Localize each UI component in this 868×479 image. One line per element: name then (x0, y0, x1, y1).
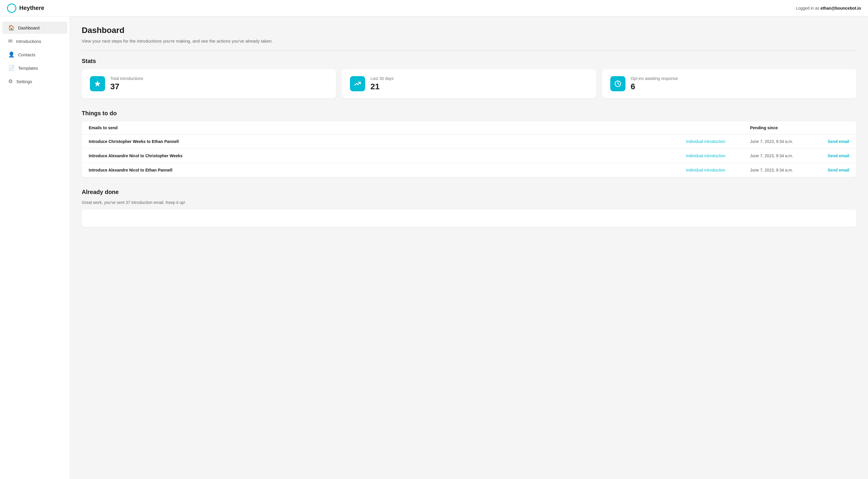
divider (82, 51, 856, 51)
stat-info-optins: Opt-ins awaiting response 6 (631, 76, 678, 91)
app-layout: 🏠 Dashboard ✉ Introductions 👤 Contacts 📄… (0, 16, 868, 479)
contacts-icon: 👤 (8, 51, 14, 58)
settings-icon: ⚙ (8, 78, 13, 85)
already-done-title: Already done (82, 189, 856, 195)
page-title: Dashboard (82, 26, 856, 35)
stat-label-optins: Opt-ins awaiting response (631, 76, 678, 81)
row1-email: Introduce Christopher Weeks to Ethan Pan… (89, 139, 686, 144)
stat-info-last30: Last 30 days 21 (370, 76, 394, 91)
stats-row: Total introductions 37 Last 30 days 21 (82, 69, 856, 98)
row2-email: Introduce Alexandre Nicol to Christopher… (89, 154, 686, 158)
col-type (686, 125, 750, 130)
row3-email: Introduce Alexandre Nicol to Ethan Panne… (89, 168, 686, 172)
table-row: Introduce Alexandre Nicol to Christopher… (82, 149, 856, 163)
table-row: Introduce Alexandre Nicol to Ethan Panne… (82, 163, 856, 177)
stat-icon-optins (610, 76, 625, 91)
things-to-do-title: Things to do (82, 110, 856, 117)
things-to-do-table: Emails to send Pending since Introduce C… (82, 121, 856, 177)
row3-date: June 7, 2023, 9:34 a.m. (750, 168, 814, 172)
logo-area: Heythere (7, 3, 44, 13)
col-emails: Emails to send (89, 125, 686, 130)
sidebar-label-dashboard: Dashboard (18, 25, 39, 30)
sidebar-label-templates: Templates (18, 66, 38, 71)
row1-type[interactable]: Individual introduction (686, 139, 750, 144)
main-content: Dashboard View your next steps for the i… (70, 16, 868, 479)
stats-title: Stats (82, 58, 856, 64)
sidebar-item-dashboard[interactable]: 🏠 Dashboard (2, 22, 67, 34)
row2-type[interactable]: Individual introduction (686, 154, 750, 158)
clock-icon (614, 80, 622, 88)
stat-label-total: Total introductions (110, 76, 143, 81)
already-done-table (82, 210, 856, 227)
logo-text: Heythere (19, 5, 44, 11)
sidebar-item-contacts[interactable]: 👤 Contacts (2, 49, 67, 61)
row1-date: June 7, 2023, 9:34 a.m. (750, 139, 814, 144)
col-action (814, 125, 849, 130)
stat-info-total: Total introductions 37 (110, 76, 143, 91)
stat-value-total: 37 (110, 82, 143, 91)
stat-value-optins: 6 (631, 82, 678, 91)
sidebar-item-templates[interactable]: 📄 Templates (2, 62, 67, 74)
already-done-section: Already done Great work, you've sent 37 … (82, 189, 856, 227)
row1-send-button[interactable]: Send email (814, 139, 849, 144)
row3-send-button[interactable]: Send email (814, 168, 849, 172)
row3-type[interactable]: Individual introduction (686, 168, 750, 172)
sidebar: 🏠 Dashboard ✉ Introductions 👤 Contacts 📄… (0, 16, 70, 479)
already-done-description: Great work, you've sent 37 introduction … (82, 200, 856, 205)
stat-icon-total (90, 76, 105, 91)
stat-label-last30: Last 30 days (370, 76, 394, 81)
trending-up-icon (354, 80, 361, 88)
page-description: View your next steps for the introductio… (82, 38, 856, 43)
stat-icon-last30 (350, 76, 365, 91)
col-pending: Pending since (750, 125, 814, 130)
login-prefix: Logged in as (796, 6, 820, 10)
sidebar-label-introductions: Introductions (16, 39, 41, 44)
table-header: Emails to send Pending since (82, 121, 856, 134)
sparkle-icon (94, 80, 101, 88)
table-row: Introduce Christopher Weeks to Ethan Pan… (82, 134, 856, 149)
templates-icon: 📄 (8, 65, 14, 71)
stat-value-last30: 21 (370, 82, 394, 91)
sidebar-label-settings: Settings (17, 79, 32, 84)
mail-icon: ✉ (8, 38, 12, 44)
things-to-do-section: Things to do Emails to send Pending sinc… (82, 110, 856, 177)
sidebar-item-introductions[interactable]: ✉ Introductions (2, 35, 67, 47)
login-info: Logged in as ethan@bouncebot.io (796, 6, 861, 10)
topbar: Heythere Logged in as ethan@bouncebot.io (0, 0, 868, 16)
sidebar-label-contacts: Contacts (18, 52, 35, 57)
row2-date: June 7, 2023, 9:34 a.m. (750, 154, 814, 158)
stat-card-total: Total introductions 37 (82, 69, 336, 98)
stat-card-last30: Last 30 days 21 (342, 69, 596, 98)
stats-section: Stats Total introductions 37 (82, 58, 856, 98)
stat-card-optins: Opt-ins awaiting response 6 (602, 69, 856, 98)
sidebar-item-settings[interactable]: ⚙ Settings (2, 75, 67, 88)
logo-icon (7, 3, 17, 13)
home-icon: 🏠 (8, 25, 14, 31)
row2-send-button[interactable]: Send email (814, 154, 849, 158)
login-user: ethan@bouncebot.io (820, 6, 861, 10)
